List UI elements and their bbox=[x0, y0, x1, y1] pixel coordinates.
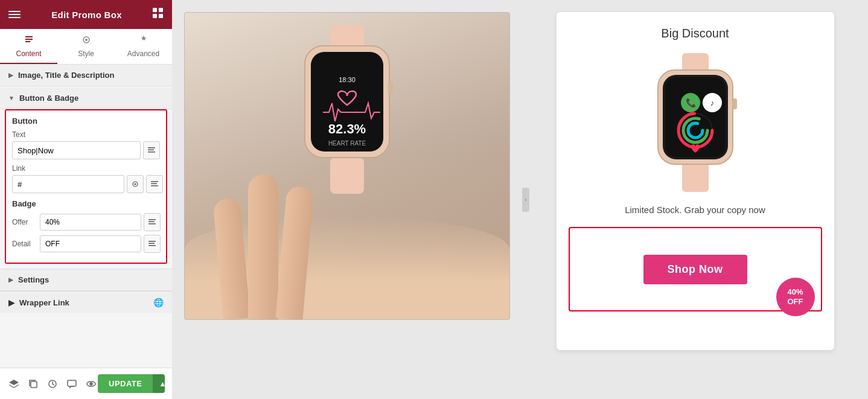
svg-rect-11 bbox=[151, 181, 158, 182]
panel-footer: UPDATE ▲ bbox=[0, 368, 172, 399]
svg-rect-28 bbox=[311, 52, 383, 152]
settings-arrow: ▶ bbox=[8, 276, 13, 283]
offer-label: Offer bbox=[12, 218, 36, 226]
image-panel: 18:30 82.3% HEART RATE bbox=[172, 0, 522, 332]
offer-input[interactable] bbox=[40, 214, 141, 231]
offer-align-icon[interactable] bbox=[144, 213, 161, 231]
grid-icon[interactable] bbox=[153, 8, 164, 21]
update-arrow-button[interactable]: ▲ bbox=[153, 374, 165, 393]
settings-section-header[interactable]: ▶ Settings bbox=[0, 269, 172, 291]
svg-rect-26 bbox=[330, 158, 364, 194]
detail-align-icon[interactable] bbox=[144, 235, 161, 253]
promo-subtitle: Limited Stock. Grab your copy now bbox=[625, 205, 765, 215]
main-content: 18:30 82.3% HEART RATE bbox=[172, 0, 868, 399]
promo-panel: Big Discount 📞 bbox=[522, 0, 868, 399]
svg-rect-18 bbox=[148, 243, 155, 244]
button-badge-box: Button Text Link bbox=[5, 109, 167, 264]
image-title-section-header[interactable]: ▶ Image, Title & Description bbox=[0, 65, 172, 86]
svg-rect-20 bbox=[31, 381, 37, 388]
svg-rect-34 bbox=[682, 161, 709, 192]
text-align-icon[interactable] bbox=[143, 141, 160, 159]
wrapper-arrow: ▶ bbox=[8, 298, 14, 307]
offer-value-row bbox=[40, 213, 161, 231]
badge-line1: 40% bbox=[787, 287, 803, 297]
text-field-row bbox=[12, 141, 160, 159]
button-badge-section-header[interactable]: ▼ Button & Badge bbox=[0, 88, 172, 109]
settings-label: Settings bbox=[18, 275, 49, 284]
detail-value-row bbox=[40, 235, 161, 253]
svg-rect-8 bbox=[148, 152, 155, 153]
link-settings-icon[interactable] bbox=[127, 175, 144, 193]
eye-icon[interactable] bbox=[85, 377, 98, 391]
history-icon[interactable] bbox=[46, 377, 59, 391]
svg-rect-6 bbox=[148, 147, 155, 148]
shop-now-button[interactable]: Shop Now bbox=[643, 255, 747, 284]
chat-icon[interactable] bbox=[65, 377, 78, 391]
promo-card: Big Discount 📞 bbox=[557, 12, 834, 350]
collapse-handle[interactable]: ‹ bbox=[522, 188, 529, 212]
panel-header: Edit Promo Box bbox=[0, 0, 172, 29]
svg-rect-15 bbox=[148, 222, 155, 223]
svg-text:📞: 📞 bbox=[685, 98, 696, 108]
wrapper-link-icon: 🌐 bbox=[153, 298, 164, 307]
wrapper-link-section[interactable]: ▶ Wrapper Link 🌐 bbox=[0, 291, 172, 313]
style-icon bbox=[81, 35, 91, 47]
svg-point-24 bbox=[90, 383, 92, 385]
tab-style[interactable]: Style bbox=[57, 29, 115, 64]
badge-circle: 40% OFF bbox=[776, 278, 815, 316]
svg-text:82.3%: 82.3% bbox=[328, 121, 366, 136]
tab-advanced[interactable]: Advanced bbox=[115, 29, 172, 64]
svg-rect-22 bbox=[68, 380, 76, 386]
advanced-icon bbox=[139, 35, 148, 47]
svg-rect-46 bbox=[733, 98, 737, 109]
svg-rect-3 bbox=[159, 14, 163, 18]
link-field-label: Link bbox=[12, 164, 160, 173]
tab-style-label: Style bbox=[78, 49, 94, 58]
svg-rect-2 bbox=[153, 14, 157, 18]
svg-text:18:30: 18:30 bbox=[339, 76, 356, 83]
svg-rect-12 bbox=[151, 184, 157, 185]
promo-action-box: Shop Now 40% OFF bbox=[569, 227, 822, 311]
svg-rect-0 bbox=[153, 8, 157, 12]
svg-rect-7 bbox=[148, 150, 154, 151]
button-badge-arrow: ▼ bbox=[8, 95, 14, 101]
svg-rect-16 bbox=[148, 223, 156, 225]
svg-rect-32 bbox=[388, 82, 393, 94]
hamburger-icon[interactable] bbox=[8, 8, 21, 21]
link-align-icon[interactable] bbox=[146, 175, 163, 193]
link-field-row bbox=[12, 175, 160, 193]
detail-input[interactable] bbox=[40, 235, 141, 252]
button-badge-label: Button & Badge bbox=[19, 94, 78, 103]
duplicate-icon[interactable] bbox=[27, 377, 40, 391]
update-btn-group: UPDATE ▲ bbox=[98, 374, 165, 393]
tab-content[interactable]: Content bbox=[0, 29, 57, 64]
svg-rect-19 bbox=[148, 245, 156, 246]
tab-content-label: Content bbox=[16, 49, 41, 58]
badge-section-title: Badge bbox=[12, 199, 160, 208]
button-section-title: Button bbox=[12, 117, 160, 126]
promo-watch-img: 📞 ♪ bbox=[635, 50, 756, 195]
image-panel-wrapper: 18:30 82.3% HEART RATE bbox=[172, 0, 522, 399]
svg-text:♪: ♪ bbox=[710, 98, 714, 107]
content-icon bbox=[24, 35, 34, 47]
update-button[interactable]: UPDATE bbox=[98, 374, 153, 393]
detail-label: Detail bbox=[12, 240, 36, 248]
link-input[interactable] bbox=[12, 175, 124, 193]
badge-line2: OFF bbox=[788, 297, 803, 307]
svg-rect-1 bbox=[159, 8, 163, 12]
svg-point-5 bbox=[85, 39, 88, 41]
button-text-input[interactable] bbox=[12, 141, 141, 159]
svg-rect-14 bbox=[148, 219, 156, 220]
wrapper-link-label: Wrapper Link bbox=[19, 298, 69, 307]
watch-image-container: 18:30 82.3% HEART RATE bbox=[184, 12, 510, 320]
tab-advanced-label: Advanced bbox=[127, 49, 159, 58]
panel-tabs: Content Style Advanced bbox=[0, 29, 172, 65]
detail-row: Detail bbox=[12, 235, 160, 253]
svg-rect-13 bbox=[151, 185, 158, 187]
panel-title: Edit Promo Box bbox=[51, 10, 122, 20]
text-field-label: Text bbox=[12, 130, 160, 139]
promo-title: Big Discount bbox=[661, 27, 729, 40]
layers-icon[interactable] bbox=[7, 377, 21, 391]
svg-rect-17 bbox=[148, 241, 156, 242]
left-panel: Edit Promo Box Content S bbox=[0, 0, 172, 399]
